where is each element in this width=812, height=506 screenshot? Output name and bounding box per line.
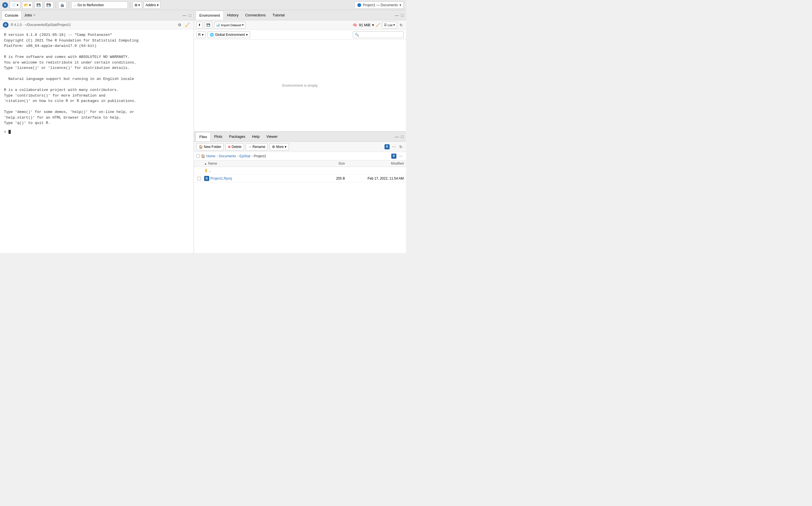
addins-button[interactable]: Addins ▾ xyxy=(144,1,160,9)
grid-button[interactable]: ⊞ ▾ xyxy=(133,1,142,9)
save-all-button[interactable]: 💾 + xyxy=(45,1,54,9)
more-button[interactable]: ⚙ More ▾ xyxy=(269,143,289,151)
r-version-dropdown[interactable]: R ▾ xyxy=(196,31,206,38)
env-toolbar-right: 🧠 91 MiB ▾ 🧹 ☰ List ▾ ↻ xyxy=(352,22,404,28)
load-workspace-button[interactable]: ⬆ xyxy=(196,22,203,28)
memory-icon: 🧠 xyxy=(352,23,357,27)
more-label: More xyxy=(276,145,284,149)
tab-help-label: Help xyxy=(252,135,260,139)
env-tab-bar: Environment History Connections Tutorial… xyxy=(194,10,406,20)
env-minimize-button[interactable]: — xyxy=(394,13,400,18)
env-refresh-button[interactable]: ↻ xyxy=(399,23,404,28)
delete-button[interactable]: ⊗ Delete xyxy=(225,143,244,151)
tab-environment[interactable]: Environment xyxy=(196,11,224,20)
tab-plots[interactable]: Plots xyxy=(211,132,226,141)
rproj-filename[interactable]: Project1.Rproj xyxy=(210,176,232,180)
rename-label: Rename xyxy=(253,145,265,149)
breadcrumb-epistat[interactable]: EpiStat xyxy=(240,154,251,158)
new-folder-button[interactable]: 🏠 New Folder xyxy=(196,143,224,151)
memory-label: 91 MiB xyxy=(359,23,370,27)
tab-connections[interactable]: Connections xyxy=(242,11,269,20)
dataset-icon: 📊 xyxy=(216,23,220,27)
files-table-body: ⬆ .. R Project1.Rproj 2 xyxy=(194,167,406,253)
console-maximize-button[interactable]: □ xyxy=(188,13,192,18)
rproj-checkbox[interactable] xyxy=(197,177,201,180)
console-minimize-button[interactable]: — xyxy=(182,13,188,18)
global-env-chevron: ▾ xyxy=(246,33,248,37)
env-search-input[interactable] xyxy=(359,33,402,37)
right-panel: Environment History Connections Tutorial… xyxy=(194,10,406,253)
addins-label: Addins xyxy=(146,3,156,7)
tab-jobs[interactable]: Jobs ✕ xyxy=(21,11,39,20)
load-icon: ⬆ xyxy=(198,23,201,27)
tab-packages[interactable]: Packages xyxy=(226,132,249,141)
console-startup-text: R version 4.1.0 (2021-05-18) -- "Camp Po… xyxy=(4,32,190,126)
tab-help[interactable]: Help xyxy=(249,132,263,141)
console-cursor xyxy=(8,130,11,134)
header-name[interactable]: ▲ Name xyxy=(204,162,320,165)
files-minimize-button[interactable]: — xyxy=(394,134,400,139)
breadcrumb-home[interactable]: Home xyxy=(206,154,215,158)
import-chevron: ▾ xyxy=(242,23,244,27)
main-layout: Console Jobs ✕ — □ R R 4.1.0 · ~/Documen… xyxy=(0,10,406,253)
new-folder-icon: 🏠 xyxy=(199,145,203,149)
addins-chevron: ▾ xyxy=(157,3,158,7)
separator2 xyxy=(69,2,69,8)
tab-console[interactable]: Console xyxy=(2,11,21,20)
go-to-file-button[interactable]: ⌕ Go to file/function xyxy=(71,1,128,9)
global-env-dropdown[interactable]: 🌐 Global Environment ▾ xyxy=(207,31,250,38)
breadcrumb: 🏠 Home › Documents › EpiStat › Project1 … xyxy=(194,152,406,160)
rproj-size-value: 205 B xyxy=(336,176,345,180)
tab-files[interactable]: Files xyxy=(196,132,211,141)
files-maximize-button[interactable]: □ xyxy=(400,134,404,139)
new-folder-label: New Folder xyxy=(204,145,221,149)
save-all-icon2: + xyxy=(50,3,52,6)
rstudio-logo: R xyxy=(2,2,8,8)
tab-environment-label: Environment xyxy=(199,13,220,17)
header-size[interactable]: Size xyxy=(322,162,345,165)
rename-button[interactable]: → Rename xyxy=(246,143,268,151)
save-workspace-button[interactable]: 💾 xyxy=(204,22,212,28)
console-settings-button[interactable]: ⚙ xyxy=(177,22,183,28)
current-r-badge: R xyxy=(391,154,396,159)
print-button[interactable]: 🖨️ xyxy=(58,1,66,9)
globe-icon: 🌐 xyxy=(210,33,214,37)
env-maximize-button[interactable]: □ xyxy=(400,13,404,18)
parent-up-icon: ⬆ xyxy=(204,168,208,173)
tab-viewer[interactable]: Viewer xyxy=(263,132,281,141)
list-view-button[interactable]: ☰ List ▾ xyxy=(382,22,397,28)
console-tab-bar: Console Jobs ✕ — □ xyxy=(0,10,194,20)
list-icon: ☰ xyxy=(384,23,387,27)
tab-tutorial[interactable]: Tutorial xyxy=(269,11,288,20)
tab-jobs-label: Jobs xyxy=(24,13,32,17)
parent-folder-link[interactable]: ⬆ .. xyxy=(204,168,320,173)
new-file-button[interactable]: 📄 ▾ xyxy=(10,1,20,9)
separator1 xyxy=(56,2,56,8)
tab-jobs-close[interactable]: ✕ xyxy=(33,13,36,17)
tab-viewer-label: Viewer xyxy=(266,135,278,139)
console-prompt-symbol: > xyxy=(4,130,8,134)
row-check-rproj[interactable] xyxy=(196,177,202,180)
breadcrumb-documents[interactable]: Documents xyxy=(219,154,236,158)
print-icon: 🖨️ xyxy=(60,3,64,7)
import-dataset-button[interactable]: 📊 Import Dataset ▾ xyxy=(214,22,246,28)
tab-history[interactable]: History xyxy=(224,11,242,20)
breadcrumb-more[interactable]: ⋯ xyxy=(398,153,404,159)
name-sort-arrow: ▲ xyxy=(204,162,207,165)
files-refresh-button[interactable]: ↻ xyxy=(398,144,404,150)
select-all-checkbox[interactable] xyxy=(196,154,200,158)
save-button[interactable]: 💾 xyxy=(35,1,43,9)
console-body[interactable]: R version 4.1.0 (2021-05-18) -- "Camp Po… xyxy=(0,29,194,253)
save-icon: 💾 xyxy=(37,3,41,7)
console-clear-button[interactable]: 🧹 xyxy=(184,22,191,28)
header-modified[interactable]: Modified xyxy=(347,162,404,165)
open-file-button[interactable]: 📂 ▾ xyxy=(22,1,33,9)
files-more-button[interactable]: ⋯ xyxy=(391,144,397,150)
header-name-label: Name xyxy=(208,162,217,165)
tab-packages-label: Packages xyxy=(229,135,245,139)
parent-folder-name: .. xyxy=(209,169,211,173)
project-label[interactable]: 🔵 Project1 — Documents ▾ xyxy=(354,1,404,9)
r-dropdown-label: R xyxy=(198,33,201,37)
env-search-icon: 🔍 xyxy=(355,33,359,37)
env-search-box[interactable]: 🔍 xyxy=(353,31,404,38)
